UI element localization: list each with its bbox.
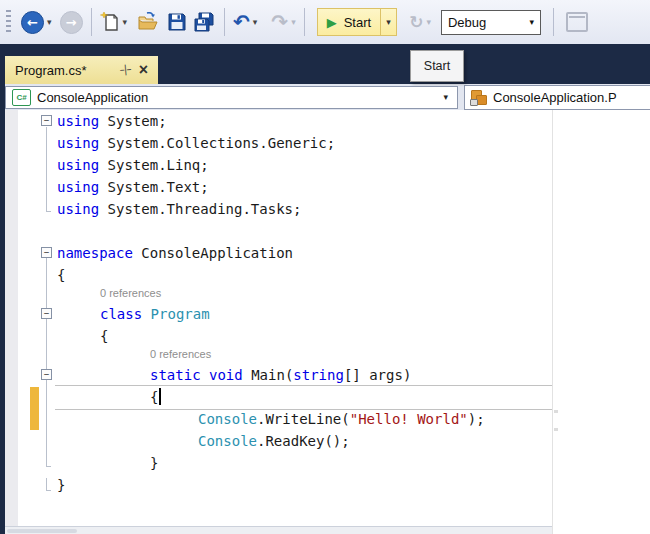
save-icon	[167, 12, 187, 32]
window-icon	[566, 12, 588, 32]
code-line[interactable]: using System.Linq;	[57, 154, 552, 176]
chevron-down-icon[interactable]: ▾	[440, 92, 451, 102]
code-editor[interactable]: −using System;using System.Collections.G…	[5, 110, 552, 526]
codelens-link[interactable]: 0 references	[57, 347, 552, 364]
code-line[interactable]: −static void Main(string[] args)	[57, 364, 552, 386]
toolbar-separator	[304, 8, 305, 36]
scroll-mark	[554, 410, 558, 413]
back-arrow-icon: ←	[21, 11, 44, 34]
undo-dropdown[interactable]: ▾	[253, 17, 258, 27]
code-line[interactable]: −using System;	[57, 110, 552, 132]
scrollbar-thumb[interactable]	[7, 529, 77, 533]
close-icon[interactable]: ×	[139, 62, 148, 78]
start-tooltip: Start	[410, 50, 464, 82]
indicator-margin[interactable]	[5, 110, 18, 526]
toolbar-extra-button[interactable]	[566, 12, 588, 32]
code-line[interactable]: {	[57, 325, 552, 347]
fold-toggle-icon[interactable]: −	[41, 247, 52, 258]
code-line[interactable]: Console.ReadKey();	[57, 430, 552, 452]
chevron-down-icon: ▾	[529, 17, 534, 27]
redo-dropdown[interactable]: ▾	[291, 17, 296, 27]
new-item-dropdown[interactable]: ▾	[123, 17, 128, 27]
scroll-mark	[554, 428, 558, 431]
redo-button[interactable]: ↷	[271, 12, 288, 32]
code-line[interactable]: }	[57, 474, 552, 496]
start-options-dropdown[interactable]: ▾	[381, 8, 397, 36]
tab-program-cs[interactable]: Program.cs* ⛌ ×	[5, 56, 158, 84]
start-debugging-button[interactable]: ▶ Start	[317, 8, 381, 36]
fold-guide	[46, 127, 47, 211]
navigate-forward-button[interactable]: →	[60, 11, 83, 34]
visual-studio-window: ← ▾ → ▾	[0, 0, 650, 534]
code-line[interactable]: using System.Threading.Tasks;	[57, 198, 552, 220]
standard-toolbar: ← ▾ → ▾	[0, 0, 650, 44]
code-line[interactable]: −namespace ConsoleApplication	[57, 242, 552, 264]
fold-guide-end	[46, 466, 51, 467]
open-file-button[interactable]	[137, 12, 159, 32]
code-line[interactable]: {	[57, 264, 552, 286]
fold-guide	[46, 258, 47, 466]
toolbar-separator	[224, 8, 225, 36]
code-line[interactable]	[57, 220, 552, 242]
save-all-button[interactable]	[193, 12, 216, 33]
editor-right-gutter	[552, 110, 650, 534]
project-dropdown-value: ConsoleApplication	[37, 90, 440, 105]
code-line[interactable]: using System.Text;	[57, 176, 552, 198]
refresh-button[interactable]: ↻	[409, 14, 423, 31]
change-indicator	[30, 387, 39, 430]
open-folder-icon	[137, 12, 159, 32]
project-dropdown[interactable]: C# ConsoleApplication ▾	[5, 86, 458, 109]
configuration-label: Debug	[448, 15, 486, 30]
fold-toggle-icon[interactable]: −	[41, 115, 52, 126]
forward-arrow-icon: →	[60, 11, 83, 34]
fold-toggle-icon[interactable]: −	[41, 369, 52, 380]
code-line[interactable]: −class Program	[57, 303, 552, 325]
code-lines: −using System;using System.Collections.G…	[57, 110, 552, 496]
horizontal-scrollbar[interactable]	[5, 526, 552, 534]
type-dropdown-value: ConsoleApplication.P	[493, 90, 645, 105]
csharp-project-icon: C#	[12, 89, 31, 106]
fold-guide-end	[46, 211, 51, 212]
code-line[interactable]: Console.WriteLine("Hello! World");	[57, 408, 552, 430]
start-button-label: Start	[344, 15, 371, 30]
navigate-back-button[interactable]: ←	[21, 11, 44, 34]
save-all-icon	[193, 12, 216, 33]
new-item-button[interactable]	[100, 11, 120, 33]
toolbar-separator	[553, 8, 554, 36]
tooltip-text: Start	[424, 59, 450, 73]
tab-title: Program.cs*	[15, 63, 121, 78]
codelens-link[interactable]: 0 references	[57, 286, 552, 303]
refresh-dropdown[interactable]: ▾	[426, 17, 431, 27]
fold-guide-end	[46, 490, 51, 491]
type-dropdown[interactable]: ConsoleApplication.P	[464, 85, 650, 110]
text-caret	[159, 388, 161, 405]
save-button[interactable]	[167, 12, 187, 32]
toolbar-separator	[91, 8, 92, 36]
code-line[interactable]: }	[57, 452, 552, 474]
toolbar-grip-handle[interactable]	[6, 10, 11, 34]
fold-guide	[46, 478, 47, 490]
back-dropdown[interactable]: ▾	[47, 17, 52, 27]
run-play-icon: ▶	[327, 15, 337, 30]
code-line[interactable]: using System.Collections.Generic;	[57, 132, 552, 154]
class-icon	[470, 89, 487, 105]
new-file-icon	[100, 11, 120, 33]
fold-toggle-icon[interactable]: −	[41, 308, 52, 319]
undo-button[interactable]: ↶	[233, 12, 250, 32]
solution-configuration-dropdown[interactable]: Debug ▾	[441, 10, 541, 35]
navigation-bar: C# ConsoleApplication ▾ ConsoleApplicati…	[5, 84, 650, 110]
code-line[interactable]: {	[57, 386, 552, 408]
